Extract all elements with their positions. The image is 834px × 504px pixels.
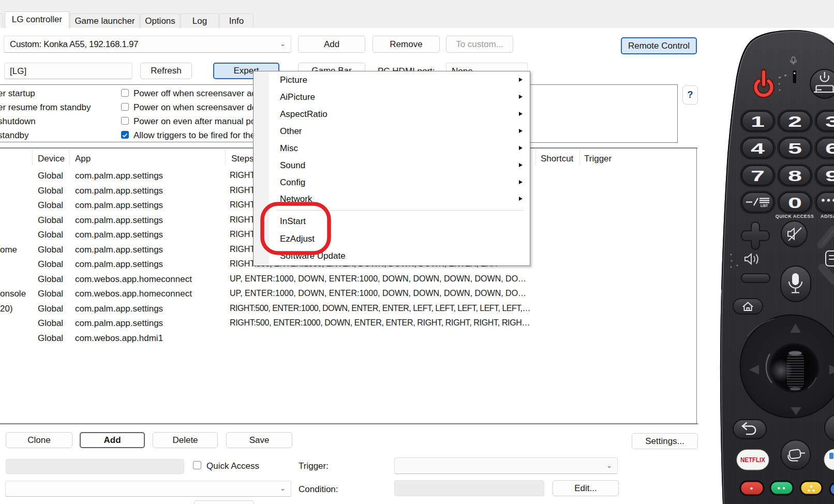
svg-text:0: 0	[788, 195, 802, 211]
svg-text:7: 7	[751, 168, 765, 184]
svg-text:6: 6	[825, 140, 834, 157]
svg-text:AD/SA: AD/SA	[821, 214, 834, 219]
svg-text:NETFLIX: NETFLIX	[740, 456, 766, 464]
svg-text:5: 5	[788, 140, 802, 157]
svg-text:2: 2	[788, 113, 802, 130]
svg-text:8: 8	[788, 168, 802, 184]
svg-text:QUICK ACCESS: QUICK ACCESS	[776, 214, 814, 219]
svg-text:1: 1	[751, 113, 765, 130]
svg-text:4: 4	[751, 140, 765, 157]
svg-text:9: 9	[825, 168, 834, 184]
svg-text:LIST: LIST	[761, 204, 768, 207]
svg-text:3: 3	[825, 113, 834, 130]
